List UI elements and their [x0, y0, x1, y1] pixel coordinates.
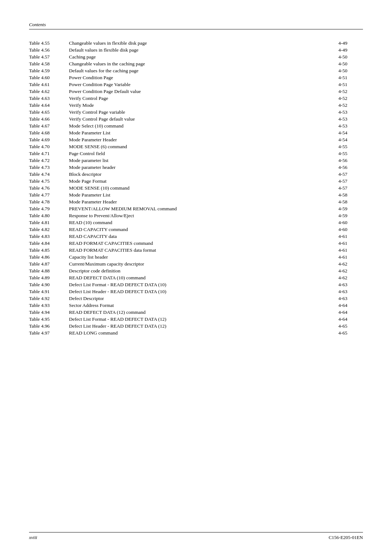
table-entry-num: Table 4.91	[29, 288, 69, 295]
table-entry-title: MODE SENSE (6) command	[69, 143, 336, 150]
table-entry-title: Verify Mode	[69, 102, 336, 109]
toc-table: Table 4.55Changeable values in flexible …	[29, 40, 363, 336]
table-entry-title: Changeable values in flexible disk page	[69, 40, 336, 46]
table-entry-page: 4-63	[336, 295, 363, 302]
table-entry-title: READ CAPACITY data	[69, 233, 336, 240]
table-entry-page: 4-51	[336, 74, 363, 81]
table-entry-title: Page Control field	[69, 150, 336, 157]
table-entry-page: 4-65	[336, 329, 363, 336]
table-row: Table 4.96Defect List Header - READ DEFE…	[29, 323, 363, 329]
table-row: Table 4.78Mode Parameter Header4-58	[29, 198, 363, 205]
table-entry-num: Table 4.85	[29, 247, 69, 254]
table-entry-title: Mode Parameter Header	[69, 198, 336, 205]
table-row: Table 4.84READ FORMAT CAPACITIES command…	[29, 240, 363, 247]
table-row: Table 4.93Sector Address Format4-64	[29, 302, 363, 309]
table-entry-title: Changeable values in the caching page	[69, 60, 336, 67]
table-entry-title: Mode parameter list	[69, 157, 336, 164]
table-entry-page: 4-61	[336, 240, 363, 247]
table-entry-num: Table 4.78	[29, 198, 69, 205]
table-row: Table 4.74Block descriptor4-57	[29, 171, 363, 178]
table-entry-title: READ LONG command	[69, 329, 336, 336]
table-entry-num: Table 4.86	[29, 254, 69, 260]
table-entry-page: 4-50	[336, 53, 363, 60]
page-header: Contents	[29, 22, 363, 29]
table-row: Table 4.60Power Condition Page4-51	[29, 74, 363, 81]
table-entry-title: Power Condition Page	[69, 74, 336, 81]
table-entry-page: 4-60	[336, 219, 363, 226]
table-row: Table 4.68Mode Parameter List4-54	[29, 129, 363, 136]
table-entry-title: Defect Descriptor	[69, 295, 336, 302]
table-entry-num: Table 4.70	[29, 143, 69, 150]
table-row: Table 4.92Defect Descriptor4-63	[29, 295, 363, 302]
table-row: Table 4.80Response to Prevent/Allow/Ejec…	[29, 212, 363, 219]
table-entry-title: Defect List Format - READ DEFECT DATA (1…	[69, 281, 336, 288]
table-row: Table 4.59Default values for the caching…	[29, 67, 363, 74]
table-entry-page: 4-52	[336, 95, 363, 102]
table-entry-num: Table 4.82	[29, 226, 69, 233]
table-entry-page: 4-64	[336, 316, 363, 323]
table-entry-num: Table 4.96	[29, 323, 69, 329]
table-entry-title: Mode Select (10) command	[69, 122, 336, 129]
table-row: Table 4.69Mode Parameter Header4-54	[29, 136, 363, 143]
table-entry-num: Table 4.65	[29, 109, 69, 116]
table-entry-title: MODE SENSE (10) command	[69, 185, 336, 191]
table-entry-page: 4-53	[336, 116, 363, 122]
table-entry-title: PREVENT/ALLOW MEDIUM REMOVAL command	[69, 205, 336, 212]
table-entry-num: Table 4.84	[29, 240, 69, 247]
table-row: Table 4.66Verify Control Page default va…	[29, 116, 363, 122]
table-entry-page: 4-58	[336, 198, 363, 205]
table-entry-num: Table 4.79	[29, 205, 69, 212]
table-entry-title: Defect List Format - READ DEFECT DATA (1…	[69, 316, 336, 323]
table-entry-page: 4-53	[336, 122, 363, 129]
table-entry-num: Table 4.55	[29, 40, 69, 46]
table-row: Table 4.81READ (10) command4-60	[29, 219, 363, 226]
table-entry-num: Table 4.74	[29, 171, 69, 178]
table-entry-title: Mode Parameter List	[69, 191, 336, 198]
table-entry-title: Descriptor code definition	[69, 267, 336, 274]
footer-page-number: xviii	[29, 535, 37, 540]
table-entry-num: Table 4.76	[29, 185, 69, 191]
table-row: Table 4.70MODE SENSE (6) command4-55	[29, 143, 363, 150]
table-row: Table 4.73Mode parameter header4-56	[29, 164, 363, 171]
table-row: Table 4.95Defect List Format - READ DEFE…	[29, 316, 363, 323]
table-entry-page: 4-61	[336, 254, 363, 260]
table-entry-page: 4-64	[336, 302, 363, 309]
table-entry-page: 4-62	[336, 274, 363, 281]
table-entry-num: Table 4.67	[29, 122, 69, 129]
table-entry-page: 4-64	[336, 309, 363, 316]
footer-doc-id: C156-E205-01EN	[328, 535, 363, 540]
table-entry-title: Defect List Header - READ DEFECT DATA (1…	[69, 288, 336, 295]
table-entry-page: 4-55	[336, 143, 363, 150]
table-entry-page: 4-54	[336, 136, 363, 143]
page-footer: xviii C156-E205-01EN	[29, 532, 363, 540]
table-row: Table 4.58Changeable values in the cachi…	[29, 60, 363, 67]
table-entry-title: Mode Parameter Header	[69, 136, 336, 143]
table-entry-title: Verify Control Page default value	[69, 116, 336, 122]
table-entry-page: 4-54	[336, 129, 363, 136]
table-entry-title: Default values in flexible disk page	[69, 46, 336, 53]
table-entry-num: Table 4.61	[29, 81, 69, 88]
table-entry-num: Table 4.57	[29, 53, 69, 60]
table-entry-page: 4-62	[336, 267, 363, 274]
table-entry-num: Table 4.94	[29, 309, 69, 316]
table-row: Table 4.65Verify Control Page variable4-…	[29, 109, 363, 116]
table-entry-num: Table 4.71	[29, 150, 69, 157]
table-entry-num: Table 4.90	[29, 281, 69, 288]
table-row: Table 4.97READ LONG command4-65	[29, 329, 363, 336]
table-entry-page: 4-56	[336, 164, 363, 171]
table-entry-num: Table 4.63	[29, 95, 69, 102]
table-entry-title: READ FORMAT CAPACITIES data format	[69, 247, 336, 254]
table-entry-num: Table 4.93	[29, 302, 69, 309]
table-entry-page: 4-65	[336, 323, 363, 329]
table-entry-title: Block descriptor	[69, 171, 336, 178]
page: Contents Table 4.55Changeable values in …	[0, 0, 392, 555]
table-row: Table 4.72Mode parameter list4-56	[29, 157, 363, 164]
table-entry-num: Table 4.60	[29, 74, 69, 81]
table-entry-title: Capacity list header	[69, 254, 336, 260]
table-entry-page: 4-53	[336, 109, 363, 116]
table-entry-page: 4-50	[336, 60, 363, 67]
table-row: Table 4.83READ CAPACITY data4-61	[29, 233, 363, 240]
table-entry-title: Mode Page Format	[69, 178, 336, 185]
table-entry-num: Table 4.95	[29, 316, 69, 323]
table-row: Table 4.64Verify Mode4-52	[29, 102, 363, 109]
